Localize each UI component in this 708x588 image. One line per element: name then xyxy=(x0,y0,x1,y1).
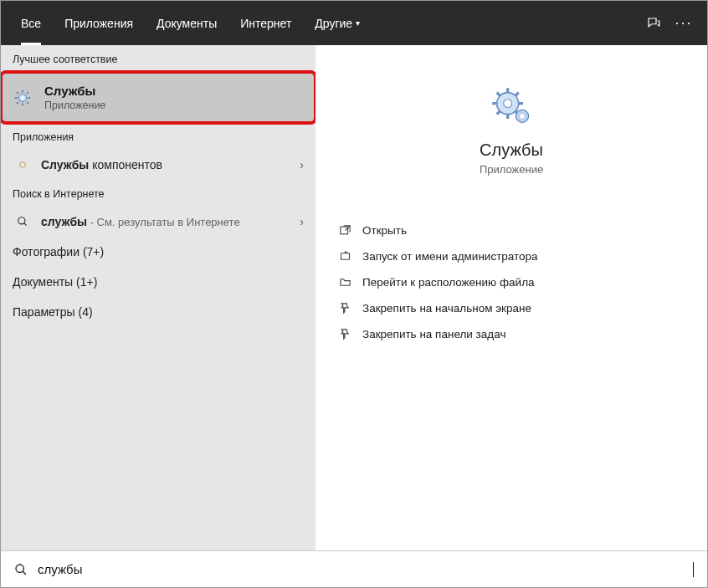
action-pin-taskbar[interactable]: Закрепить на панели задач xyxy=(336,321,687,347)
svg-line-6 xyxy=(17,92,18,94)
component-gear-icon xyxy=(13,158,33,171)
action-run-admin[interactable]: Запуск от имени администратора xyxy=(336,243,687,269)
chevron-down-icon: ▾ xyxy=(356,18,360,28)
result-photos[interactable]: Фотографии (7+) xyxy=(1,237,316,267)
svg-line-22 xyxy=(497,111,500,115)
result-documents[interactable]: Документы (1+) xyxy=(1,267,316,297)
result-app-components[interactable]: Службы компонентов › xyxy=(1,150,316,180)
section-best-match: Лучшее соответствие xyxy=(1,45,316,72)
svg-point-12 xyxy=(18,217,25,224)
shield-icon xyxy=(339,250,362,263)
tab-documents[interactable]: Документы xyxy=(145,1,228,45)
result-web-label: службы - См. результаты в Интернете xyxy=(41,215,300,228)
tab-all[interactable]: Все xyxy=(9,1,53,45)
svg-line-13 xyxy=(24,223,27,226)
preview-title: Службы xyxy=(336,141,687,160)
result-web-search[interactable]: службы - См. результаты в Интернете › xyxy=(1,207,316,237)
best-match-title: Службы xyxy=(44,84,105,98)
best-match-item[interactable]: Службы Приложение xyxy=(1,72,316,123)
tab-internet[interactable]: Интернет xyxy=(228,1,303,45)
pin-icon xyxy=(339,328,362,340)
svg-line-9 xyxy=(27,92,28,94)
text-caret xyxy=(693,562,694,577)
section-web: Поиск в Интернете xyxy=(1,180,316,207)
preview-subtitle: Приложение xyxy=(336,163,687,176)
search-icon xyxy=(13,216,33,228)
svg-point-25 xyxy=(520,114,524,118)
search-input[interactable] xyxy=(38,562,694,576)
search-bar[interactable] xyxy=(1,550,707,587)
results-panel: Лучшее соответствие Службы Приложение Пр… xyxy=(1,45,316,550)
preview-gear-icon xyxy=(488,84,535,130)
svg-rect-26 xyxy=(341,227,348,234)
open-icon xyxy=(339,224,362,237)
header-tabs: Все Приложения Документы Интернет Другие… xyxy=(1,1,707,45)
feedback-icon[interactable] xyxy=(639,8,669,38)
svg-line-20 xyxy=(497,93,500,96)
preview-actions: Открыть Запуск от имени администратора П… xyxy=(336,217,687,347)
svg-point-28 xyxy=(16,565,23,572)
services-gear-icon xyxy=(13,88,33,108)
svg-line-29 xyxy=(23,571,26,575)
best-match-subtitle: Приложение xyxy=(44,100,105,111)
action-open[interactable]: Открыть xyxy=(336,217,687,243)
svg-point-15 xyxy=(504,100,512,108)
action-open-location[interactable]: Перейти к расположению файла xyxy=(336,269,687,295)
search-icon xyxy=(14,563,28,576)
preview-panel: Службы Приложение Открыть Запуск от имен… xyxy=(316,45,707,550)
more-icon[interactable]: ··· xyxy=(669,8,699,38)
chevron-right-icon: › xyxy=(300,158,304,171)
action-pin-start[interactable]: Закрепить на начальном экране xyxy=(336,295,687,321)
result-settings[interactable]: Параметры (4) xyxy=(1,297,316,327)
tab-apps[interactable]: Приложения xyxy=(53,1,145,45)
svg-line-7 xyxy=(27,102,28,104)
svg-point-11 xyxy=(22,164,24,166)
svg-rect-27 xyxy=(341,253,350,260)
search-window: Все Приложения Документы Интернет Другие… xyxy=(0,0,708,588)
folder-icon xyxy=(339,276,362,289)
pin-icon xyxy=(339,302,362,314)
svg-point-1 xyxy=(21,96,24,100)
svg-line-8 xyxy=(17,102,18,104)
section-apps: Приложения xyxy=(1,123,316,150)
result-app-label: Службы компонентов xyxy=(41,158,300,171)
tab-other[interactable]: Другие▾ xyxy=(303,1,372,45)
chevron-right-icon: › xyxy=(300,215,304,228)
svg-line-23 xyxy=(516,93,519,96)
